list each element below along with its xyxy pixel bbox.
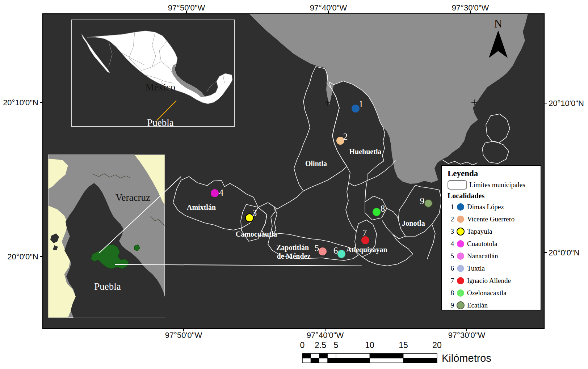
label-atlequizayan: Atlequizayan <box>346 246 387 254</box>
legend-box: Leyenda Límites municipales Localidades … <box>441 165 541 310</box>
legend-item-9: 9 Ecatlán <box>448 299 541 311</box>
locality-number-6: 6 <box>333 246 338 255</box>
legend-item-label: Dimas López <box>467 203 504 211</box>
legend-item-label: Cuautotola <box>467 240 497 248</box>
scale-label-2-5: 2.5 <box>315 340 326 350</box>
lat-label-right-2: 20°0'0"N <box>549 248 580 257</box>
locality-swatch-icon <box>456 264 465 273</box>
mexico-country-label: México <box>146 82 175 93</box>
legend-item-label: Ecatlán <box>467 301 488 309</box>
legend-item-3: 3 Tapayula <box>448 225 541 238</box>
scale-label-10: 10 <box>365 340 374 350</box>
label-zapotitlan-2: de Méndez <box>277 252 311 260</box>
veracruz-region-label: Veracruz <box>116 192 150 203</box>
label-jonotla: Jonotla <box>402 219 425 227</box>
locality-swatch-icon <box>456 227 465 236</box>
label-olintla: Olintla <box>305 160 327 167</box>
legend-item-label: Tapayula <box>467 228 492 236</box>
legend-item-number: 7 <box>448 277 454 285</box>
locality-swatch-icon <box>456 252 465 260</box>
locality-map-figure: México Puebla Veracruz Puebla <box>0 0 588 369</box>
locality-swatch-icon <box>456 289 465 297</box>
locality-swatch-icon <box>456 203 465 211</box>
lon-label-bottom-1: 97°50'0"W <box>165 331 202 340</box>
lat-label-right-1: 20°10'0"N <box>549 99 584 108</box>
legend-item-number: 5 <box>448 252 454 260</box>
legend-localities-title: Localidades <box>448 191 541 201</box>
scale-bar: 0 2.5 5 10 15 20 Kilómetros <box>300 340 491 364</box>
scale-unit-label: Kilómetros <box>442 352 491 364</box>
label-amixtlan: Amixtlán <box>187 203 216 211</box>
scale-label-0: 0 <box>300 340 305 350</box>
legend-item-number: 9 <box>448 301 454 309</box>
legend-item-1: 1 Dimas López <box>448 201 541 213</box>
legend-item-8: 8 Ozelonacaxtla <box>448 287 541 299</box>
locality-dot-1 <box>352 105 360 113</box>
lon-label-top-2: 97°40'0"W <box>310 3 347 12</box>
legend-item-number: 1 <box>448 203 454 211</box>
scale-label-15: 15 <box>399 340 408 350</box>
locality-dot-6 <box>337 250 345 258</box>
lat-label-left-1: 20°10'0"N <box>3 98 38 107</box>
legend-item-number: 2 <box>448 215 454 223</box>
locality-number-8: 8 <box>381 204 385 213</box>
north-label: N <box>494 17 502 30</box>
locality-number-9: 9 <box>420 196 425 206</box>
inset-mexico: México Puebla <box>71 20 235 128</box>
label-camocuautla: Camocuautla <box>236 230 277 238</box>
legend-item-5: 5 Nanacatlán <box>448 250 541 262</box>
lon-label-bottom-3: 97°30'0"W <box>448 331 486 340</box>
locality-number-5: 5 <box>315 243 319 253</box>
scale-label-5: 5 <box>334 340 339 350</box>
legend-item-label: Nanacatlán <box>467 252 498 260</box>
legend-item-number: 8 <box>448 289 454 297</box>
locality-dot-4 <box>211 189 219 197</box>
legend-item-label: Ozelonacaxtla <box>467 289 507 297</box>
legend-item-6: 6 Tuxtla <box>448 262 541 275</box>
locality-dot-9 <box>424 199 432 207</box>
label-huehuetla: Huehuetla <box>349 148 382 156</box>
locality-dot-5 <box>319 247 327 255</box>
lon-label-top-3: 97°30'0"W <box>452 3 489 12</box>
legend-item-2: 2 Vicente Guerrero <box>448 213 541 225</box>
legend-limits-label: Límites municipales <box>469 181 525 189</box>
locality-number-1: 1 <box>359 99 364 109</box>
locality-number-3: 3 <box>252 208 257 218</box>
municipal-limits-symbol <box>448 180 467 190</box>
legend-item-label: Ignacio Allende <box>467 277 511 285</box>
legend-item-number: 6 <box>448 264 454 272</box>
lon-label-bottom-2: 97°40'0"W <box>307 331 344 340</box>
scale-label-20: 20 <box>432 340 442 350</box>
legend-item-4: 4 Cuautotola <box>448 238 541 250</box>
locality-number-2: 2 <box>343 132 348 141</box>
puebla-state-label: Puebla <box>147 117 174 128</box>
locality-swatch-icon <box>456 239 465 248</box>
legend-item-7: 7 Ignacio Allende <box>448 275 541 287</box>
puebla-region-label: Puebla <box>94 281 121 292</box>
legend-item-label: Tuxtla <box>467 264 485 272</box>
legend-item-number: 4 <box>448 240 454 248</box>
locality-number-7: 7 <box>362 228 367 238</box>
lat-label-left-2: 20°0'0"N <box>7 252 38 261</box>
label-zapotitlan-1: Zapotitlán <box>276 243 309 252</box>
legend-item-number: 3 <box>448 228 454 236</box>
locality-swatch-icon <box>456 301 465 310</box>
legend-limits-row: Límites municipales <box>448 179 541 191</box>
locality-swatch-icon <box>456 276 465 285</box>
lon-label-top-1: 97°50'0"W <box>168 3 205 12</box>
legend-title: Leyenda <box>448 168 541 179</box>
legend-item-label: Vicente Guerrero <box>467 215 514 223</box>
locality-swatch-icon <box>456 215 465 224</box>
inset-region: Veracruz Puebla <box>48 155 165 318</box>
locality-dot-8 <box>373 208 381 216</box>
locality-number-4: 4 <box>219 188 224 198</box>
